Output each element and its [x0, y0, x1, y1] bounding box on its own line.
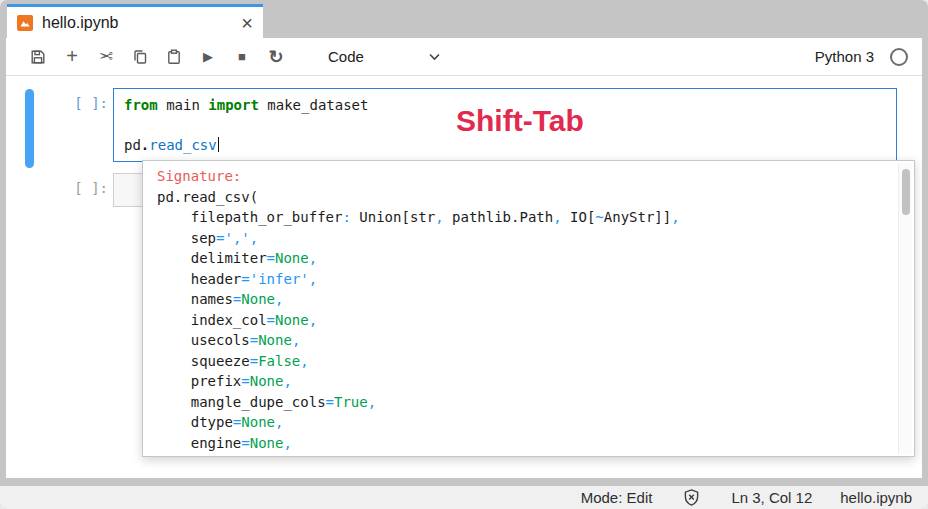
- tooltip-scrollbar-thumb[interactable]: [902, 169, 910, 215]
- cell-type-select[interactable]: Code: [328, 48, 440, 65]
- toolbar-right: Python 3: [815, 48, 922, 66]
- not-trusted-shield-icon[interactable]: [682, 488, 701, 507]
- close-tab-icon[interactable]: ×: [241, 13, 253, 33]
- restart-kernel-icon[interactable]: ↻: [268, 48, 284, 66]
- run-icon[interactable]: ▶: [200, 48, 216, 66]
- notebook-toolbar: + ✂ ▶ ■ ↻ Code Python 3: [6, 38, 922, 76]
- tab-title: hello.ipynb: [42, 14, 119, 32]
- copy-icon[interactable]: [132, 48, 148, 66]
- mode-indicator[interactable]: Mode: Edit: [581, 489, 653, 506]
- cell-collapser[interactable]: [25, 89, 34, 168]
- stop-icon[interactable]: ■: [234, 48, 250, 66]
- notebook-tab[interactable]: hello.ipynb ×: [7, 4, 263, 38]
- cell-prompt: [ ]:: [36, 180, 108, 196]
- status-filename: hello.ipynb: [840, 489, 912, 506]
- kernel-status-icon[interactable]: [890, 48, 908, 66]
- shift-tab-annotation: Shift-Tab: [456, 104, 584, 138]
- tooltip-scrollbar[interactable]: [898, 163, 912, 454]
- kernel-name[interactable]: Python 3: [815, 48, 874, 65]
- add-cell-icon[interactable]: +: [64, 48, 80, 66]
- tooltip-text: Signature:pd.read_csv( filepath_or_buffe…: [157, 166, 900, 453]
- cell-type-value: Code: [328, 48, 364, 65]
- chevron-down-icon: [429, 53, 440, 61]
- notebook-file-icon: [17, 15, 33, 31]
- paste-icon[interactable]: [166, 48, 182, 66]
- cell-prompt: [ ]:: [36, 95, 108, 111]
- cut-icon[interactable]: ✂: [98, 48, 114, 66]
- status-bar: Mode: Edit Ln 3, Col 12 hello.ipynb: [0, 486, 928, 509]
- jupyterlab-window: hello.ipynb × + ✂ ▶ ■ ↻: [0, 0, 928, 509]
- save-icon[interactable]: [30, 48, 46, 66]
- notebook-area: [ ]: from main import make_dataset pd.re…: [6, 76, 922, 478]
- signature-tooltip: Signature:pd.read_csv( filepath_or_buffe…: [142, 160, 915, 457]
- cursor-position[interactable]: Ln 3, Col 12: [731, 489, 812, 506]
